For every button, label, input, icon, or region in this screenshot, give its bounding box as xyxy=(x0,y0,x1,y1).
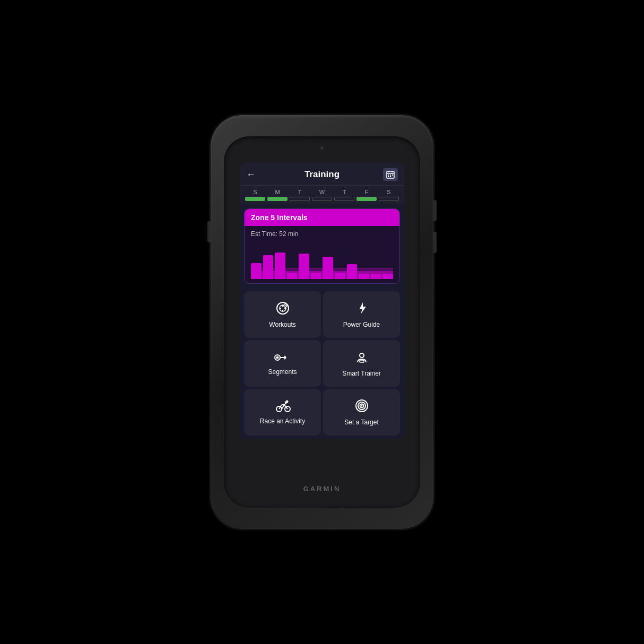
svg-point-9 xyxy=(277,302,289,314)
workout-name: Zone 5 Intervals xyxy=(251,213,308,222)
back-button[interactable]: ← xyxy=(246,169,261,180)
menu-item-race-activity[interactable]: Race an Activity xyxy=(244,389,321,436)
svg-point-24 xyxy=(285,401,288,403)
race-activity-label: Race an Activity xyxy=(260,417,305,425)
calendar-icon[interactable] xyxy=(383,168,398,181)
workouts-label: Workouts xyxy=(269,321,295,328)
svg-rect-6 xyxy=(392,175,393,176)
front-camera xyxy=(320,146,324,150)
training-menu: Workouts Power Guide xyxy=(240,288,404,439)
svg-point-37 xyxy=(361,405,362,407)
device-body: ← Training xyxy=(224,136,420,508)
day-thursday[interactable]: T xyxy=(334,189,354,201)
power-guide-icon xyxy=(354,301,369,318)
workout-card[interactable]: Zone 5 Intervals Est Time: 52 min xyxy=(244,208,400,284)
day-saturday[interactable]: S xyxy=(379,189,399,201)
smart-trainer-icon xyxy=(354,350,369,367)
right-top-button[interactable] xyxy=(433,200,437,221)
chart-bottom xyxy=(251,271,393,279)
workout-card-body: Est Time: 52 min xyxy=(245,226,399,283)
calendar-svg xyxy=(386,170,395,179)
svg-rect-23 xyxy=(360,360,364,362)
workout-card-header: Zone 5 Intervals xyxy=(245,209,399,226)
segments-label: Segments xyxy=(268,368,297,376)
screen-title: Training xyxy=(261,169,383,180)
week-selector: S M T W xyxy=(240,186,404,204)
svg-rect-8 xyxy=(390,176,391,177)
day-wednesday[interactable]: W xyxy=(312,189,332,201)
svg-line-27 xyxy=(282,405,284,409)
chart-baseline xyxy=(251,268,393,269)
svg-rect-5 xyxy=(390,175,391,176)
smart-trainer-label: Smart Trainer xyxy=(342,370,381,377)
menu-item-set-target[interactable]: Set a Target xyxy=(323,389,400,436)
garmin-device: ← Training xyxy=(211,115,433,529)
svg-rect-4 xyxy=(388,175,389,176)
day-sunday[interactable]: S xyxy=(245,189,265,201)
set-target-icon xyxy=(354,398,369,415)
garmin-brand-label: GARMIN xyxy=(303,485,341,493)
svg-point-22 xyxy=(360,353,364,358)
power-guide-label: Power Guide xyxy=(343,321,380,328)
segments-icon xyxy=(274,351,291,365)
svg-marker-16 xyxy=(360,302,366,314)
menu-item-workouts[interactable]: Workouts xyxy=(244,291,321,338)
workout-chart xyxy=(251,242,393,279)
left-side-button[interactable] xyxy=(207,221,211,242)
menu-item-smart-trainer[interactable]: Smart Trainer xyxy=(323,340,400,387)
device-screen: ← Training xyxy=(240,163,404,439)
svg-rect-7 xyxy=(388,176,389,177)
svg-point-18 xyxy=(276,356,279,359)
day-friday[interactable]: F xyxy=(356,189,377,201)
set-target-label: Set a Target xyxy=(344,419,379,426)
right-bottom-button[interactable] xyxy=(433,232,437,253)
menu-item-power-guide[interactable]: Power Guide xyxy=(323,291,400,338)
menu-item-segments[interactable]: Segments xyxy=(244,340,321,387)
estimated-time: Est Time: 52 min xyxy=(251,230,393,238)
race-activity-icon xyxy=(274,399,292,414)
day-monday[interactable]: M xyxy=(267,189,288,201)
day-tuesday[interactable]: T xyxy=(290,189,310,201)
svg-line-31 xyxy=(284,403,286,405)
workouts-icon xyxy=(275,301,290,318)
screen-header: ← Training xyxy=(240,163,404,186)
